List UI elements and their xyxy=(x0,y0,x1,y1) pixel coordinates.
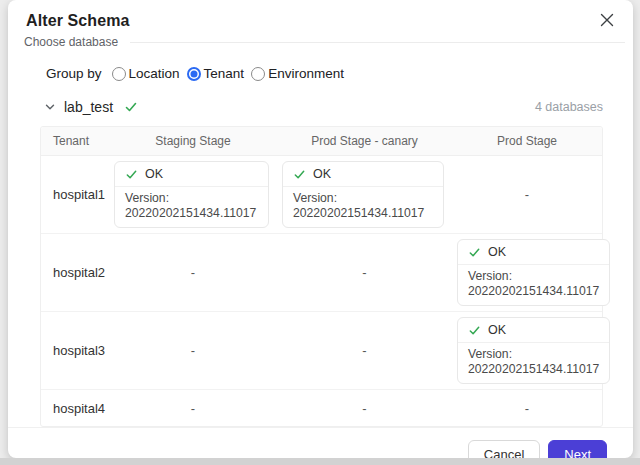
table-header-row: TenantStaging StageProd Stage - canaryPr… xyxy=(41,127,602,156)
status-card[interactable]: OKVersion:20220202151434.11017 xyxy=(282,161,444,228)
version-info: Version:20220202151434.11017 xyxy=(458,265,609,305)
stage-cell: OKVersion:20220202151434.11017 xyxy=(452,312,618,389)
empty-stage-cell: - xyxy=(109,343,277,358)
modal-body: Group by LocationTenantEnvironment lab_t… xyxy=(8,49,633,427)
page-background-strip xyxy=(0,458,640,465)
page-title: Alter Schema xyxy=(26,12,615,30)
status-card[interactable]: OKVersion:20220202151434.11017 xyxy=(457,239,610,306)
database-table: TenantStaging StageProd Stage - canaryPr… xyxy=(40,126,603,427)
check-icon xyxy=(125,168,138,181)
table-body: hospital1OKVersion:20220202151434.11017O… xyxy=(41,156,602,426)
version-label: Version: xyxy=(468,269,599,284)
group-by-radio-group: LocationTenantEnvironment xyxy=(112,66,351,81)
tenant-name: hospital4 xyxy=(41,401,109,416)
group-by-label: Group by xyxy=(46,66,102,81)
stage-cell: OKVersion:20220202151434.11017 xyxy=(452,234,618,311)
column-header: Tenant xyxy=(41,134,109,148)
radio-label: Location xyxy=(129,66,180,81)
empty-stage-cell: - xyxy=(277,265,452,280)
table-row: hospital2--OKVersion:20220202151434.1101… xyxy=(41,234,602,312)
radio-icon xyxy=(251,67,265,81)
status-card[interactable]: OKVersion:20220202151434.11017 xyxy=(114,161,269,228)
version-label: Version: xyxy=(125,191,258,206)
table-row: hospital3--OKVersion:20220202151434.1101… xyxy=(41,312,602,390)
status-label: OK xyxy=(488,245,506,260)
radio-icon xyxy=(112,67,126,81)
close-icon[interactable] xyxy=(597,10,617,30)
version-value: 20220202151434.11017 xyxy=(468,362,599,377)
group-name[interactable]: lab_test xyxy=(64,99,113,115)
empty-stage-cell: - xyxy=(277,343,452,358)
status-row: OK xyxy=(283,162,443,187)
version-info: Version:20220202151434.11017 xyxy=(283,187,443,227)
empty-stage-cell: - xyxy=(277,401,452,416)
group-by-row: Group by LocationTenantEnvironment xyxy=(46,66,603,81)
status-label: OK xyxy=(488,323,506,338)
database-count: 4 databases xyxy=(535,100,603,114)
version-info: Version:20220202151434.11017 xyxy=(115,187,268,227)
stage-cell: OKVersion:20220202151434.11017 xyxy=(109,156,277,233)
check-icon xyxy=(468,324,481,337)
status-row: OK xyxy=(458,318,609,343)
status-row: OK xyxy=(115,162,268,187)
status-label: OK xyxy=(313,167,331,182)
empty-stage-cell: - xyxy=(452,187,602,202)
check-icon xyxy=(124,100,138,114)
column-header: Prod Stage xyxy=(452,134,602,148)
version-value: 20220202151434.11017 xyxy=(125,206,258,221)
empty-stage-cell: - xyxy=(109,265,277,280)
version-label: Version: xyxy=(293,191,433,206)
modal-subtitle: Choose database xyxy=(24,35,118,49)
modal-header: Alter Schema xyxy=(8,0,633,30)
tenant-name: hospital3 xyxy=(41,343,109,358)
check-icon xyxy=(293,168,306,181)
radio-label: Tenant xyxy=(204,66,245,81)
status-row: OK xyxy=(458,240,609,265)
check-icon xyxy=(468,246,481,259)
radio-option-environment[interactable]: Environment xyxy=(251,66,344,81)
tenant-name: hospital2 xyxy=(41,265,109,280)
radio-label: Environment xyxy=(268,66,344,81)
version-value: 20220202151434.11017 xyxy=(293,206,433,221)
alter-schema-modal: Alter Schema Choose database Group by Lo… xyxy=(8,0,633,458)
version-label: Version: xyxy=(468,347,599,362)
column-header: Prod Stage - canary xyxy=(277,134,452,148)
version-value: 20220202151434.11017 xyxy=(468,284,599,299)
empty-stage-cell: - xyxy=(452,401,602,416)
stage-cell: OKVersion:20220202151434.11017 xyxy=(277,156,452,233)
status-label: OK xyxy=(145,167,163,182)
version-info: Version:20220202151434.11017 xyxy=(458,343,609,383)
radio-icon xyxy=(187,67,201,81)
tenant-name: hospital1 xyxy=(41,187,109,202)
subtitle-row: Choose database xyxy=(24,35,625,49)
radio-option-location[interactable]: Location xyxy=(112,66,180,81)
column-header: Staging Stage xyxy=(109,134,277,148)
radio-option-tenant[interactable]: Tenant xyxy=(187,66,245,81)
table-row: hospital1OKVersion:20220202151434.11017O… xyxy=(41,156,602,234)
status-card[interactable]: OKVersion:20220202151434.11017 xyxy=(457,317,610,384)
divider-line xyxy=(130,42,625,43)
chevron-down-icon[interactable] xyxy=(44,101,56,113)
group-section-header: lab_test 4 databases xyxy=(44,99,603,115)
table-row: hospital4--- xyxy=(41,390,602,426)
empty-stage-cell: - xyxy=(109,401,277,416)
